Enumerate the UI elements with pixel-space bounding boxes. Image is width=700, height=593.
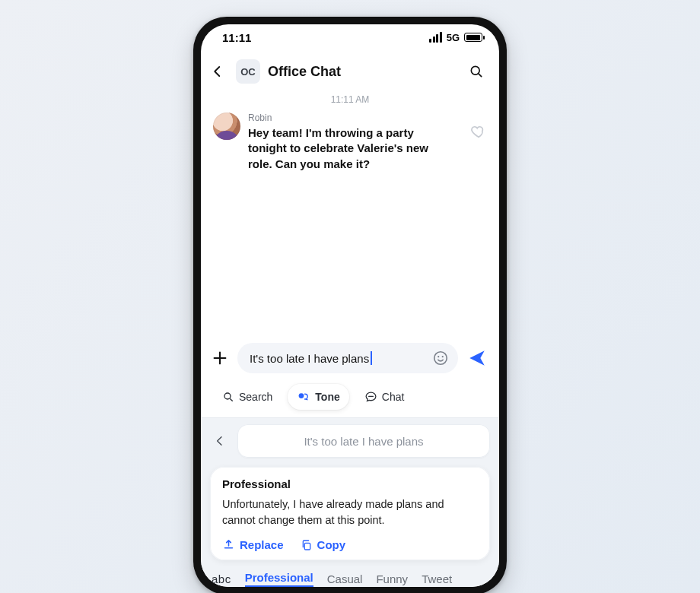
svg-point-3	[442, 356, 444, 357]
signal-icon	[429, 32, 442, 43]
send-icon	[467, 348, 487, 368]
suggestion-heading: Professional	[222, 477, 478, 490]
screen: 11:11 5G OC Office Chat 11:11 AM	[201, 24, 499, 587]
tone-tab-professional[interactable]: Professional	[245, 571, 313, 587]
svg-rect-6	[304, 543, 310, 550]
ai-tab-label: Chat	[382, 391, 405, 403]
chevron-left-icon	[214, 435, 226, 447]
echo-back-button[interactable]	[210, 431, 230, 451]
emoji-button[interactable]	[431, 348, 450, 368]
svg-point-2	[438, 356, 439, 357]
compose-input[interactable]: It's too late I have plans	[237, 343, 458, 373]
keyboard-toggle[interactable]: abc	[212, 572, 231, 585]
back-button[interactable]	[207, 61, 228, 82]
network-label: 5G	[447, 32, 460, 43]
suggestion-body: Unfortunately, I have already made plans…	[222, 496, 478, 528]
chat-icon	[364, 391, 377, 404]
heart-icon	[470, 123, 487, 140]
chat-avatar-badge: OC	[236, 59, 260, 84]
search-icon	[222, 391, 234, 403]
search-button[interactable]	[464, 59, 488, 84]
chevron-left-icon	[211, 65, 224, 78]
chat-header: OC Office Chat	[201, 50, 499, 91]
suggestion-card: Professional Unfortunately, I have alrea…	[210, 467, 490, 560]
replace-button[interactable]: Replace	[222, 538, 284, 551]
echo-row: It's too late I have plans	[201, 424, 499, 467]
sender-avatar[interactable]	[213, 113, 240, 140]
battery-icon	[464, 33, 482, 42]
send-button[interactable]	[466, 347, 488, 369]
ai-mode-tabs: Search Tone Chat	[201, 381, 499, 417]
ai-tab-search[interactable]: Search	[213, 385, 282, 409]
chat-title: Office Chat	[268, 64, 457, 80]
search-icon	[469, 64, 484, 79]
ai-tab-label: Search	[239, 391, 272, 403]
message-body: Robin Hey team! I'm throwing a party ton…	[248, 113, 463, 172]
svg-point-5	[299, 394, 304, 399]
message-row: Robin Hey team! I'm throwing a party ton…	[201, 113, 499, 172]
tone-tab-funny[interactable]: Funny	[376, 572, 408, 585]
text-cursor	[371, 351, 372, 365]
react-button[interactable]	[470, 123, 487, 140]
echo-text: It's too late I have plans	[304, 435, 423, 448]
status-indicators: 5G	[429, 32, 482, 43]
replace-label: Replace	[240, 538, 284, 551]
compose-text: It's too late I have plans	[250, 352, 369, 365]
tone-tab-bar: abc Professional Casual Funny Tweet	[201, 568, 499, 587]
svg-point-4	[224, 393, 231, 399]
plus-icon	[212, 350, 228, 366]
svg-point-0	[471, 66, 479, 75]
phone-frame: 11:11 5G OC Office Chat 11:11 AM	[193, 17, 507, 593]
ai-tab-label: Tone	[315, 391, 339, 403]
tone-tab-casual[interactable]: Casual	[327, 572, 363, 585]
tone-tab-tweet[interactable]: Tweet	[422, 572, 452, 585]
thread-timestamp: 11:11 AM	[201, 94, 499, 105]
svg-point-1	[434, 352, 447, 365]
copy-label: Copy	[317, 538, 346, 551]
replace-icon	[222, 538, 235, 551]
compose-bar: It's too late I have plans	[201, 337, 499, 381]
keyboard-region: It's too late I have plans Professional …	[201, 417, 499, 587]
ai-tab-chat[interactable]: Chat	[355, 385, 414, 410]
original-text-display[interactable]: It's too late I have plans	[237, 424, 490, 458]
message-thread: 11:11 AM Robin Hey team! I'm throwing a …	[201, 91, 499, 172]
smile-icon	[432, 350, 449, 366]
tone-icon	[297, 390, 310, 404]
attach-button[interactable]	[210, 348, 230, 368]
suggestion-actions: Replace Copy	[222, 538, 478, 551]
copy-button[interactable]: Copy	[301, 538, 346, 551]
sender-name: Robin	[248, 113, 460, 123]
ai-tab-tone[interactable]: Tone	[288, 384, 348, 410]
copy-icon	[301, 539, 313, 551]
status-bar: 11:11 5G	[201, 24, 499, 50]
status-time: 11:11	[222, 31, 251, 44]
message-text: Hey team! I'm throwing a party tonight t…	[248, 125, 453, 172]
